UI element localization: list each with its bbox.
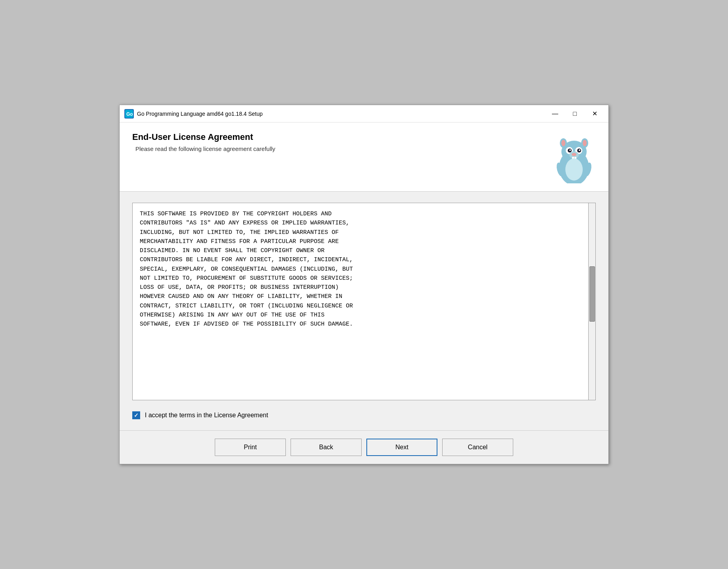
- go-icon: Go: [125, 110, 133, 118]
- accept-terms-row: ✓ I accept the terms in the License Agre…: [132, 411, 596, 419]
- print-button[interactable]: Print: [215, 439, 286, 456]
- page-title: End-User License Agreement: [132, 132, 275, 142]
- svg-point-21: [565, 158, 583, 181]
- license-text-box[interactable]: THIS SOFTWARE IS PROVIDED BY THE COPYRIG…: [132, 203, 596, 400]
- header-text: End-User License Agreement Please read t…: [132, 132, 275, 152]
- svg-point-6: [561, 140, 565, 146]
- window-controls: — □ ✕: [546, 108, 604, 120]
- accept-label: I accept the terms in the License Agreem…: [145, 412, 268, 419]
- content-area: THIS SOFTWARE IS PROVIDED BY THE COPYRIG…: [120, 192, 608, 430]
- checkbox-checkmark: ✓: [134, 412, 139, 418]
- svg-point-16: [572, 153, 576, 156]
- svg-point-12: [569, 149, 571, 151]
- title-bar: Go Go Programming Language amd64 go1.18.…: [120, 105, 608, 122]
- scrollbar-track[interactable]: [588, 203, 595, 400]
- close-button[interactable]: ✕: [585, 108, 604, 120]
- footer-section: Print Back Next Cancel: [120, 430, 608, 464]
- mascot-area: [552, 132, 596, 183]
- header-section: End-User License Agreement Please read t…: [120, 122, 608, 192]
- back-button[interactable]: Back: [291, 439, 362, 456]
- title-bar-left: Go Go Programming Language amd64 go1.18.…: [124, 109, 263, 119]
- minimize-button[interactable]: —: [546, 108, 564, 120]
- app-icon: Go: [124, 109, 134, 119]
- svg-point-13: [579, 149, 580, 151]
- accept-checkbox[interactable]: ✓: [132, 411, 140, 419]
- svg-text:Go: Go: [126, 111, 133, 117]
- page-subtitle: Please read the following license agreem…: [135, 145, 275, 152]
- svg-point-7: [583, 140, 587, 146]
- maximize-button[interactable]: □: [566, 108, 584, 120]
- scrollbar-thumb[interactable]: [589, 266, 595, 322]
- cancel-button[interactable]: Cancel: [442, 439, 513, 456]
- license-text-content: THIS SOFTWARE IS PROVIDED BY THE COPYRIG…: [133, 203, 588, 400]
- gopher-icon: [552, 132, 596, 183]
- installer-window: Go Go Programming Language amd64 go1.18.…: [119, 105, 609, 464]
- window-title: Go Programming Language amd64 go1.18.4 S…: [137, 111, 263, 117]
- next-button[interactable]: Next: [366, 439, 437, 456]
